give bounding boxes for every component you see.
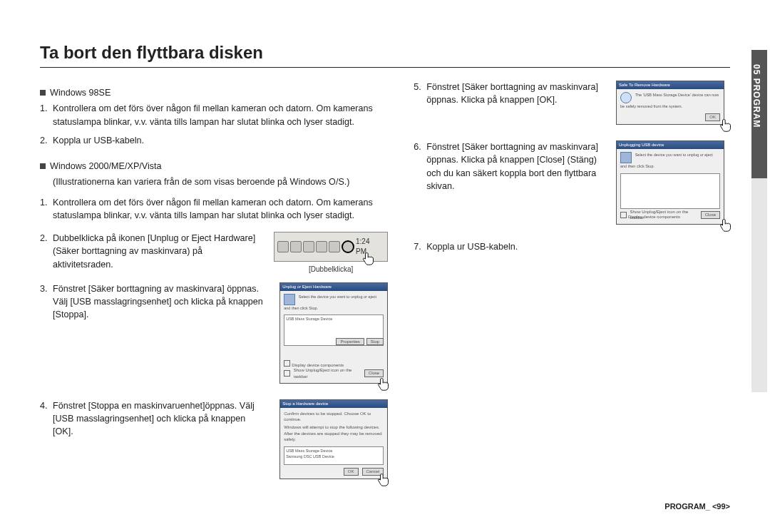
cursor-hand-icon xyxy=(376,377,392,392)
dialog-text: Confirm devices to be stopped. Choose OK… xyxy=(284,411,384,423)
text: Fönstret [Säker borttagning av maskinvar… xyxy=(426,142,598,191)
subhead-win98: Windows 98SE xyxy=(40,86,388,99)
right-column: 5. Fönstret [Säker borttagning av maskin… xyxy=(414,81,730,495)
num: 4. xyxy=(40,399,48,412)
info-icon xyxy=(620,92,632,103)
s1-step1: 1. Kontrollera om det förs över någon fi… xyxy=(40,102,388,128)
text: Koppla ur USB-kabeln. xyxy=(53,135,144,145)
ok-button: OK xyxy=(705,113,720,121)
num: 2. xyxy=(40,134,48,147)
chk-label: Show Unplug/Eject icon on the taskbar xyxy=(630,209,699,221)
dialog5-screenshot: Safe To Remove Hardware The 'USB Mass St… xyxy=(616,81,730,133)
s3-step7: 7. Koppla ur USB-kabeln. xyxy=(414,240,730,253)
checkbox-icon xyxy=(620,212,627,218)
checkbox-icon xyxy=(284,360,290,367)
tray-icon xyxy=(290,241,302,252)
device-list xyxy=(620,173,720,209)
s2-step3: 3. Fönstret [Säker borttagning av maskin… xyxy=(40,282,268,322)
tray-icon xyxy=(303,241,314,252)
s3-step6: 6. Fönstret [Säker borttagning av maskin… xyxy=(414,140,605,193)
dialog4-screenshot: Stop a Hardware device Confirm devices t… xyxy=(279,399,388,488)
text: Koppla ur USB-kabeln. xyxy=(426,242,518,252)
side-tab-label: 05 PROGRAM xyxy=(751,64,761,128)
cursor-hand-icon xyxy=(719,218,734,233)
num: 2. xyxy=(40,232,48,245)
dialog6-screenshot: Unplugging USB device Select the device … xyxy=(616,140,730,233)
s2-step4: 4. Fönstret [Stoppa en maskinvaruenhet]ö… xyxy=(40,399,268,439)
hardware-icon xyxy=(620,152,632,163)
dialog-titlebar: Unplug or Eject Hardware xyxy=(280,283,387,291)
tray-screenshot: 1:24 PM [Dubbelklicka] xyxy=(274,232,388,275)
cursor-hand-icon xyxy=(361,251,377,267)
s2-step1: 1. Kontrollera om det förs över någon fi… xyxy=(40,196,388,222)
num: 7. xyxy=(414,240,421,253)
hardware-icon xyxy=(284,294,295,305)
checkbox-icon xyxy=(284,370,290,377)
s3-step5: 5. Fönstret [Säker borttagning av maskin… xyxy=(414,81,605,107)
num: 1. xyxy=(40,102,48,115)
num: 1. xyxy=(40,196,48,209)
title-rule xyxy=(40,67,730,68)
s2-step2: 2. Dubbelklicka på ikonen [Unplug or Eje… xyxy=(40,232,262,271)
chk-label: Show Unplug/Eject icon on the taskbar xyxy=(294,367,362,379)
properties-button: Properties xyxy=(336,338,364,346)
dialog-text: Select the device you want to unplug or … xyxy=(620,153,713,168)
tray-icon xyxy=(316,241,327,252)
close-button: Close xyxy=(701,211,720,219)
text: Kontrollera om det förs över någon fil m… xyxy=(53,198,373,220)
num: 3. xyxy=(40,282,48,295)
dialog3-screenshot: Unplug or Eject Hardware Select the devi… xyxy=(279,282,388,392)
text: Dubbelklicka på ikonen [Unplug or Eject … xyxy=(53,233,255,270)
bullet-square-icon xyxy=(40,90,46,96)
dialog-text: Windows will attempt to stop the followi… xyxy=(284,424,384,443)
device-list: USB Mass Storage Device Samsung DSC USB … xyxy=(284,446,384,465)
dialog-titlebar: Safe To Remove Hardware xyxy=(617,81,724,89)
text: Fönstret [Säker borttagning av maskinvar… xyxy=(426,82,598,105)
subhead-win2000: Windows 2000/ME/XP/Vista xyxy=(40,160,388,173)
num: 5. xyxy=(414,81,421,93)
cursor-hand-icon xyxy=(376,472,392,488)
stop-button: Stop xyxy=(366,338,384,346)
num: 6. xyxy=(414,140,421,153)
subhead-win98-label: Windows 98SE xyxy=(50,86,111,99)
text: Kontrollera om det förs över någon fil m… xyxy=(53,103,373,126)
dialog-text: Select the device you want to unplug or … xyxy=(284,295,376,310)
text: Fönstret [Säker borttagning av maskinvar… xyxy=(53,284,263,320)
page-title: Ta bort den flyttbara disken xyxy=(40,43,730,63)
dialog-text: The 'USB Mass Storage Device' device can… xyxy=(620,93,719,108)
tray-icon xyxy=(329,241,340,252)
s2-note: (Illustrationerna kan variera från de so… xyxy=(40,175,388,188)
text: Fönstret [Stoppa en maskinvaruenhet]öppn… xyxy=(53,401,255,437)
page-footer: PROGRAM_ <99> xyxy=(664,502,730,511)
dialog-titlebar: Unplugging USB device xyxy=(617,141,724,149)
dialog-titlebar: Stop a Hardware device xyxy=(280,400,387,408)
ok-button: OK xyxy=(344,468,359,476)
eject-hardware-icon xyxy=(342,240,354,253)
bullet-square-icon xyxy=(40,163,46,169)
cursor-hand-icon xyxy=(719,118,734,133)
s1-step2: 2. Koppla ur USB-kabeln. xyxy=(40,134,388,147)
side-tab: 05 PROGRAM xyxy=(749,50,770,392)
subhead-win2000-label: Windows 2000/ME/XP/Vista xyxy=(50,160,162,173)
tray-icon xyxy=(277,241,289,252)
left-column: Windows 98SE 1. Kontrollera om det förs … xyxy=(40,81,388,495)
